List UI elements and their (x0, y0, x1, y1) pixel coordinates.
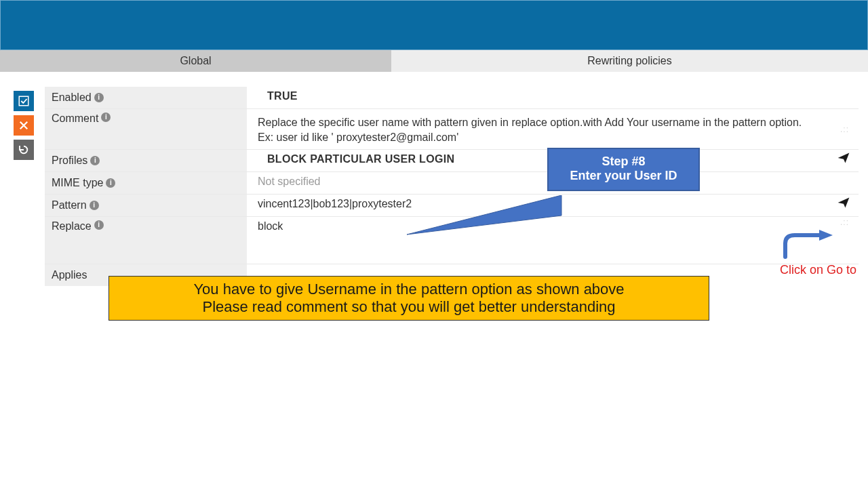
paper-plane-icon (837, 151, 850, 165)
cancel-button[interactable] (14, 115, 34, 136)
content-area: Enabledi TRUE Commenti Replace the speci… (0, 72, 868, 286)
row-comment: Commenti Replace the specific user name … (45, 108, 859, 149)
info-icon[interactable]: i (90, 201, 99, 210)
goto-hint-text: Click on Go to (780, 263, 856, 277)
top-banner (0, 0, 868, 50)
row-mime: MIME typei Not specified (45, 171, 859, 194)
goto-hint: Click on Go to (780, 230, 856, 277)
info-icon[interactable]: i (106, 178, 115, 188)
svg-rect-0 (19, 96, 28, 106)
goto-button[interactable] (837, 196, 850, 212)
paper-plane-icon (837, 196, 850, 209)
form-table: Enabledi TRUE Commenti Replace the speci… (45, 87, 859, 286)
expand-icon[interactable]: .:: (840, 218, 849, 227)
note-line1: You have to give Username in the pattern… (121, 281, 696, 298)
callout-step8: Step #8 Enter your User ID (547, 148, 700, 191)
tab-global[interactable]: Global (0, 50, 391, 72)
label-mime: MIME typei (45, 172, 247, 194)
confirm-button[interactable] (14, 91, 34, 111)
row-profiles: Profilesi BLOCK PARTICULAR USER LOGIN (45, 149, 859, 171)
info-icon[interactable]: i (94, 220, 104, 230)
action-sidebar (9, 87, 45, 286)
callout-line1: Step #8 (555, 155, 692, 169)
goto-button[interactable] (837, 151, 850, 167)
label-comment: Commenti (45, 109, 247, 149)
info-icon[interactable]: i (90, 156, 100, 165)
instruction-note: You have to give Username in the pattern… (108, 276, 709, 321)
label-enabled: Enabledi (45, 87, 247, 108)
tab-bar: Global Rewriting policies (0, 50, 868, 72)
note-line2: Please read comment so that you will get… (121, 298, 696, 316)
value-comment[interactable]: Replace the specific user name with patt… (247, 109, 859, 149)
callout-line2: Enter your User ID (555, 169, 692, 183)
tab-rewriting-policies[interactable]: Rewriting policies (391, 50, 868, 72)
comment-line2: Ex: user id like ' proxytester2@gmail.co… (258, 131, 458, 144)
curved-arrow-icon (780, 230, 834, 260)
check-icon (18, 95, 30, 107)
page: Global Rewriting policies Enabledi TRUE … (0, 0, 868, 488)
close-icon (18, 119, 30, 131)
value-applies[interactable] (247, 264, 859, 271)
value-enabled[interactable]: TRUE (247, 87, 859, 106)
undo-icon (18, 144, 30, 156)
comment-line1: Replace the specific user name with patt… (258, 115, 802, 130)
callout-arrow (407, 195, 570, 249)
label-replace: Replacei (45, 217, 247, 264)
undo-button[interactable] (14, 140, 34, 160)
label-profiles: Profilesi (45, 150, 247, 171)
expand-icon[interactable]: .:: (840, 125, 849, 134)
row-enabled: Enabledi TRUE (45, 87, 859, 108)
info-icon[interactable]: i (94, 93, 104, 102)
label-pattern: Patterni (45, 195, 247, 216)
info-icon[interactable]: i (101, 113, 111, 122)
svg-marker-1 (407, 195, 561, 235)
